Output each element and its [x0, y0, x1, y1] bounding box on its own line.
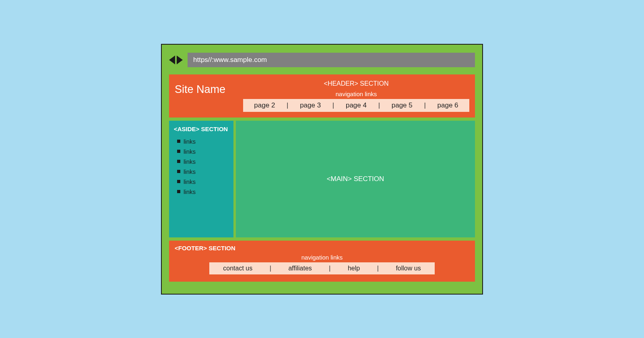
header-right: <HEADER> SECTION navigation links page 2…: [243, 80, 469, 112]
nav-link[interactable]: page 4: [343, 101, 369, 109]
footer-link[interactable]: affiliates: [286, 265, 314, 272]
aside-link-label: links: [184, 148, 196, 155]
bullet-icon: [177, 170, 180, 173]
page: Site Name <HEADER> SECTION navigation li…: [169, 74, 475, 282]
nav-link[interactable]: page 6: [435, 101, 461, 109]
nav-separator: |: [332, 101, 334, 109]
nav-link[interactable]: page 5: [389, 101, 415, 109]
aside-link-label: links: [184, 168, 196, 175]
aside-link-label: links: [184, 188, 196, 195]
aside-link[interactable]: links: [177, 168, 229, 175]
bullet-icon: [177, 150, 180, 153]
aside-link-label: links: [184, 158, 196, 165]
back-arrow-icon[interactable]: [169, 56, 175, 64]
header-nav-caption: navigation links: [243, 91, 469, 97]
aside-link[interactable]: links: [177, 148, 229, 155]
aside-link-label: links: [184, 138, 196, 145]
bullet-icon: [177, 140, 180, 143]
nav-separator: |: [424, 101, 425, 109]
aside-link-label: links: [184, 178, 196, 185]
nav-separator: |: [377, 265, 379, 272]
nav-separator: |: [329, 265, 330, 272]
forward-arrow-icon[interactable]: [177, 56, 183, 64]
bullet-icon: [177, 190, 180, 193]
site-name: Site Name: [175, 80, 239, 112]
aside-section-label: <ASIDE> SECTION: [174, 126, 229, 132]
address-bar[interactable]: https//:www.sample.com: [188, 53, 475, 67]
header-navbar: page 2 | page 3 | page 4 | page 5 | page…: [243, 99, 469, 112]
aside-link[interactable]: links: [177, 188, 229, 195]
nav-separator: |: [270, 265, 271, 272]
aside-link-list: links links links links links links: [174, 138, 229, 195]
bullet-icon: [177, 180, 180, 183]
middle-row: <ASIDE> SECTION links links links links …: [169, 121, 475, 237]
main-section: <MAIN> SECTION: [236, 121, 475, 237]
footer-nav-caption: navigation links: [209, 254, 435, 261]
aside-link[interactable]: links: [177, 178, 229, 185]
footer-inner: navigation links contact us | affiliates…: [209, 254, 435, 274]
footer-link[interactable]: help: [345, 265, 362, 272]
footer-link[interactable]: follow us: [393, 265, 423, 272]
nav-separator: |: [378, 101, 380, 109]
browser-window: https//:www.sample.com Site Name <HEADER…: [161, 44, 483, 295]
footer-section: <FOOTER> SECTION navigation links contac…: [169, 241, 475, 282]
nav-separator: |: [287, 101, 288, 109]
nav-link[interactable]: page 3: [297, 101, 323, 109]
footer-navbar: contact us | affiliates | help | follow …: [209, 262, 435, 274]
main-section-label: <MAIN> SECTION: [327, 175, 384, 183]
footer-link[interactable]: contact us: [221, 265, 255, 272]
aside-link[interactable]: links: [177, 158, 229, 165]
aside-link[interactable]: links: [177, 138, 229, 145]
aside-section: <ASIDE> SECTION links links links links …: [169, 121, 233, 237]
nav-link[interactable]: page 2: [252, 101, 277, 109]
header-section-label: <HEADER> SECTION: [243, 80, 469, 87]
browser-toolbar: https//:www.sample.com: [169, 53, 475, 67]
nav-arrows: [169, 56, 183, 64]
footer-section-label: <FOOTER> SECTION: [175, 245, 469, 251]
bullet-icon: [177, 160, 180, 163]
header-section: Site Name <HEADER> SECTION navigation li…: [169, 74, 475, 117]
